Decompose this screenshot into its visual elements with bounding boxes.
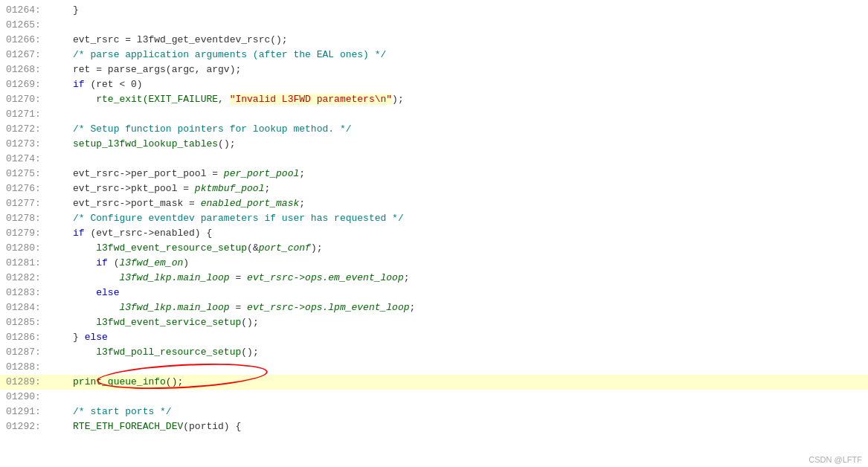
line-content: l3fwd_event_resource_setup(&port_conf); — [50, 241, 862, 256]
code-viewer: 01264: }01265: 01266: evt_rsrc = l3fwd_g… — [0, 0, 868, 467]
line-number: 01266: — [6, 33, 50, 48]
table-row: 01270: rte_exit(EXIT_FAILURE, "Invalid L… — [0, 92, 868, 107]
line-content: rte_exit(EXIT_FAILURE, "Invalid L3FWD pa… — [50, 92, 862, 107]
line-content: } — [50, 3, 862, 18]
table-row: 01276: evt_rsrc->pkt_pool = pktmbuf_pool… — [0, 181, 868, 196]
table-row: 01281: if (l3fwd_em_on) — [0, 256, 868, 271]
line-content: l3fwd_event_service_setup(); — [50, 315, 862, 330]
line-number: 01272: — [6, 122, 50, 137]
line-number: 01276: — [6, 181, 50, 196]
table-row: 01280: l3fwd_event_resource_setup(&port_… — [0, 241, 868, 256]
line-content: } else — [50, 330, 862, 345]
line-content: print_queue_info(); — [50, 375, 862, 390]
line-content: /* start ports */ — [50, 405, 862, 419]
table-row: 01284: l3fwd_lkp.main_loop = evt_rsrc->o… — [0, 300, 868, 315]
line-content: l3fwd_lkp.main_loop = evt_rsrc->ops.em_e… — [50, 271, 862, 286]
table-row: 01290: — [0, 390, 868, 405]
table-row: 01288: — [0, 360, 868, 375]
line-number: 01286: — [6, 330, 50, 345]
table-row: 01267: /* parse application arguments (a… — [0, 48, 868, 62]
table-row: 01283: else — [0, 286, 868, 300]
line-number: 01268: — [6, 62, 50, 77]
line-number: 01270: — [6, 92, 50, 107]
line-content: l3fwd_poll_resource_setup(); — [50, 345, 862, 360]
line-number: 01285: — [6, 315, 50, 330]
table-row: 01285: l3fwd_event_service_setup(); — [0, 315, 868, 330]
line-content — [50, 18, 862, 33]
line-content: evt_rsrc->per_port_pool = per_port_pool; — [50, 167, 862, 181]
line-content: RTE_ETH_FOREACH_DEV(portid) { — [50, 419, 862, 434]
line-number: 01267: — [6, 48, 50, 62]
line-number: 01289: — [6, 375, 50, 390]
table-row: 01291: /* start ports */ — [0, 405, 868, 419]
table-row: 01266: evt_rsrc = l3fwd_get_eventdev_rsr… — [0, 33, 868, 48]
line-number: 01290: — [6, 390, 50, 405]
table-row: 01268: ret = parse_args(argc, argv); — [0, 62, 868, 77]
line-number: 01283: — [6, 286, 50, 300]
table-row: 01289: print_queue_info(); — [0, 375, 868, 390]
line-content: /* Configure eventdev parameters if user… — [50, 211, 862, 226]
line-number: 01291: — [6, 405, 50, 419]
line-content — [50, 107, 862, 122]
table-row: 01287: l3fwd_poll_resource_setup(); — [0, 345, 868, 360]
line-number: 01281: — [6, 256, 50, 271]
line-number: 01271: — [6, 107, 50, 122]
table-row: 01286: } else — [0, 330, 868, 345]
line-content: setup_l3fwd_lookup_tables(); — [50, 137, 862, 152]
line-number: 01273: — [6, 137, 50, 152]
table-row: 01275: evt_rsrc->per_port_pool = per_por… — [0, 167, 868, 181]
table-row: 01264: } — [0, 3, 868, 18]
line-content: evt_rsrc->port_mask = enabled_port_mask; — [50, 196, 862, 211]
line-content: if (ret < 0) — [50, 77, 862, 92]
line-number: 01277: — [6, 196, 50, 211]
table-row: 01279: if (evt_rsrc->enabled) { — [0, 226, 868, 241]
line-number: 01287: — [6, 345, 50, 360]
line-content: else — [50, 286, 862, 300]
table-row: 01274: — [0, 152, 868, 167]
line-number: 01269: — [6, 77, 50, 92]
table-row: 01278: /* Configure eventdev parameters … — [0, 211, 868, 226]
table-row: 01265: — [0, 18, 868, 33]
line-number: 01274: — [6, 152, 50, 167]
line-number: 01292: — [6, 419, 50, 434]
line-content: ret = parse_args(argc, argv); — [50, 62, 862, 77]
code-lines: 01264: }01265: 01266: evt_rsrc = l3fwd_g… — [0, 3, 868, 434]
table-row: 01292: RTE_ETH_FOREACH_DEV(portid) { — [0, 419, 868, 434]
line-content — [50, 152, 862, 167]
line-number: 01278: — [6, 211, 50, 226]
line-number: 01280: — [6, 241, 50, 256]
line-content: evt_rsrc = l3fwd_get_eventdev_rsrc(); — [50, 33, 862, 48]
table-row: 01277: evt_rsrc->port_mask = enabled_por… — [0, 196, 868, 211]
line-content: /* parse application arguments (after th… — [50, 48, 862, 62]
watermark: CSDN @LFTF — [808, 455, 862, 464]
line-content: l3fwd_lkp.main_loop = evt_rsrc->ops.lpm_… — [50, 300, 862, 315]
line-content — [50, 390, 862, 405]
line-number: 01288: — [6, 360, 50, 375]
line-number: 01279: — [6, 226, 50, 241]
table-row: 01273: setup_l3fwd_lookup_tables(); — [0, 137, 868, 152]
line-content: /* Setup function pointers for lookup me… — [50, 122, 862, 137]
line-number: 01284: — [6, 300, 50, 315]
line-number: 01265: — [6, 18, 50, 33]
table-row: 01269: if (ret < 0) — [0, 77, 868, 92]
table-row: 01271: — [0, 107, 868, 122]
line-number: 01282: — [6, 271, 50, 286]
table-row: 01272: /* Setup function pointers for lo… — [0, 122, 868, 137]
line-content: if (evt_rsrc->enabled) { — [50, 226, 862, 241]
line-content — [50, 360, 862, 375]
line-number: 01275: — [6, 167, 50, 181]
line-number: 01264: — [6, 3, 50, 18]
table-row: 01282: l3fwd_lkp.main_loop = evt_rsrc->o… — [0, 271, 868, 286]
line-content: if (l3fwd_em_on) — [50, 256, 862, 271]
line-content: evt_rsrc->pkt_pool = pktmbuf_pool; — [50, 181, 862, 196]
